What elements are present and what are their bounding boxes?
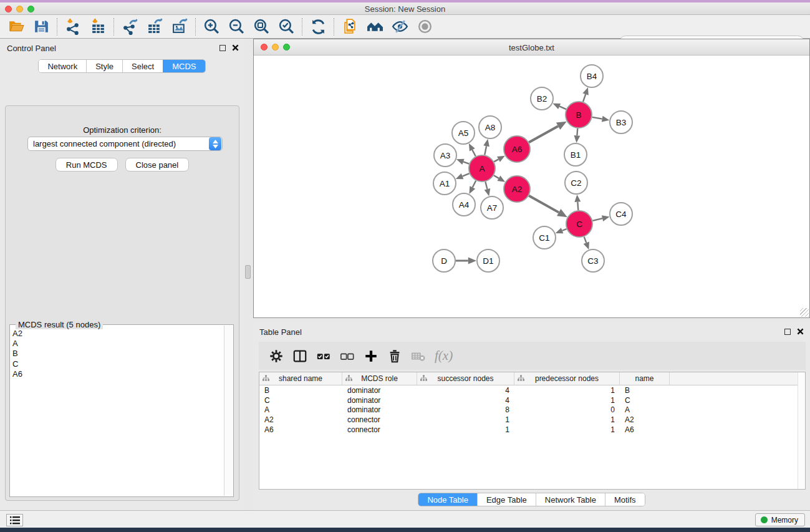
memory-button[interactable]: Memory	[755, 513, 805, 526]
graph-node-B2[interactable]: B2	[531, 87, 553, 110]
graph-edge-A-A7	[485, 181, 487, 189]
table-toolbar: f(x)	[259, 342, 806, 370]
zoom-selected-icon[interactable]	[274, 16, 299, 37]
criterion-dropdown[interactable]: largest connected component (directed)	[27, 137, 223, 151]
column-view-icon[interactable]	[290, 346, 309, 365]
save-session-icon[interactable]	[29, 16, 54, 37]
svg-text:C4: C4	[615, 210, 627, 219]
column-header-name[interactable]: name	[620, 372, 670, 385]
close-panel-icon[interactable]	[232, 44, 239, 51]
graph-node-D1[interactable]: D1	[477, 249, 499, 272]
graph-node-B1[interactable]: B1	[564, 143, 587, 166]
deselect-all-checkboxes-icon[interactable]	[337, 346, 357, 365]
graph-node-A[interactable]: A	[469, 155, 495, 181]
table-tab-network-table[interactable]: Network Table	[536, 493, 605, 506]
table-options-gear-icon[interactable]	[266, 346, 286, 365]
mcds-result-list[interactable]: A2ABCA6	[11, 329, 223, 495]
column-header-predecessor-nodes[interactable]: predecessor nodes	[514, 372, 620, 385]
table-row[interactable]: Cdominator41C	[259, 395, 805, 405]
export-network-icon[interactable]	[117, 16, 142, 37]
mcds-result-item[interactable]: A6	[11, 369, 223, 379]
graph-node-A5[interactable]: A5	[452, 122, 475, 144]
graph-node-A2[interactable]: A2	[504, 176, 530, 202]
column-header-successor-nodes[interactable]: successor nodes	[417, 372, 514, 385]
tab-style[interactable]: Style	[86, 60, 122, 72]
table-row[interactable]: A6connector11A6	[259, 425, 805, 435]
close-panel-button[interactable]: Close panel	[125, 158, 190, 172]
graph-edge-arrowhead	[582, 87, 588, 95]
graph-node-C2[interactable]: C2	[565, 172, 587, 194]
duplicate-network-icon[interactable]	[337, 16, 362, 37]
table-panel: Table Panel	[253, 323, 810, 510]
graph-node-C[interactable]: C	[566, 211, 592, 237]
function-builder-icon[interactable]: f(x)	[432, 348, 453, 364]
mcds-result-item[interactable]: B	[11, 349, 223, 359]
resize-grip-icon[interactable]	[800, 308, 809, 317]
table-tab-motifs[interactable]: Motifs	[605, 493, 645, 506]
select-all-checkboxes-icon[interactable]	[314, 346, 333, 365]
graph-node-A8[interactable]: A8	[479, 116, 501, 138]
hide-graphics-details-icon[interactable]	[387, 16, 412, 37]
import-table-icon[interactable]	[85, 16, 110, 37]
close-table-panel-icon[interactable]	[797, 328, 804, 335]
graph-node-A4[interactable]: A4	[453, 193, 475, 216]
column-header-MCDS-role[interactable]: MCDS role	[342, 372, 417, 385]
export-image-icon[interactable]	[167, 16, 192, 37]
graph-node-D[interactable]: D	[433, 249, 455, 272]
mcds-result-item[interactable]: A2	[11, 329, 223, 339]
network-window-titlebar[interactable]: testGlobe.txt	[254, 39, 809, 56]
table-tab-node-table[interactable]: Node Table	[418, 493, 477, 506]
float-panel-icon[interactable]	[219, 45, 226, 51]
delete-table-icon[interactable]	[408, 346, 428, 365]
graph-node-C1[interactable]: C1	[533, 226, 556, 249]
graph-node-B3[interactable]: B3	[610, 111, 632, 133]
delete-columns-icon[interactable]	[385, 346, 404, 365]
export-table-icon[interactable]	[142, 16, 167, 37]
splitpane-handle[interactable]	[245, 265, 251, 279]
graph-edge-C-C4	[592, 218, 602, 221]
graph-edge-B-B4	[583, 94, 586, 102]
zoom-fit-icon[interactable]	[249, 16, 274, 37]
graph-node-A3[interactable]: A3	[434, 144, 456, 167]
mcds-result-item[interactable]: C	[11, 359, 223, 369]
table-cell: 8	[417, 405, 514, 415]
table-cell: A6	[620, 425, 670, 435]
network-canvas[interactable]: B4B2BB3A8A5A6A3B1AA1C2A2A4A7C4CC1C3DD1	[254, 56, 809, 317]
graph-node-A1[interactable]: A1	[433, 172, 456, 195]
zoom-in-icon[interactable]	[199, 16, 224, 37]
column-header-shared-name[interactable]: shared name	[259, 372, 342, 385]
add-column-icon[interactable]	[361, 346, 380, 365]
table-cell: A2	[620, 415, 670, 425]
graph-edge-arrowhead	[456, 159, 465, 165]
graph-node-C3[interactable]: C3	[582, 249, 604, 272]
tab-select[interactable]: Select	[122, 60, 163, 72]
table-row[interactable]: Bdominator41B	[259, 385, 805, 395]
toolbar-separator	[302, 18, 302, 36]
table-scrollbar[interactable]	[798, 372, 805, 489]
refresh-icon[interactable]	[306, 16, 330, 37]
table-row[interactable]: Adominator80A	[259, 405, 805, 415]
show-graphics-details-icon[interactable]	[412, 16, 437, 37]
tab-mcds[interactable]: MCDS	[163, 60, 205, 72]
zoom-out-icon[interactable]	[224, 16, 249, 37]
import-network-icon[interactable]	[60, 16, 85, 37]
graph-node-B4[interactable]: B4	[581, 65, 603, 87]
svg-text:C3: C3	[587, 256, 598, 266]
graph-node-A6[interactable]: A6	[504, 136, 530, 162]
float-table-panel-icon[interactable]	[784, 329, 791, 335]
graph-node-A7[interactable]: A7	[481, 196, 503, 219]
network-graph[interactable]: B4B2BB3A8A5A6A3B1AA1C2A2A4A7C4CC1C3DD1	[254, 56, 809, 317]
tab-network[interactable]: Network	[39, 60, 86, 72]
show-all-networks-icon[interactable]	[362, 16, 387, 37]
graph-node-C4[interactable]: C4	[610, 203, 632, 225]
mcds-result-item[interactable]: A	[11, 339, 223, 349]
run-mcds-button[interactable]: Run MCDS	[55, 158, 118, 172]
table-tab-edge-table[interactable]: Edge Table	[477, 493, 536, 506]
table-row[interactable]: A2connector11A2	[259, 415, 805, 425]
task-history-button[interactable]	[6, 514, 23, 526]
open-file-icon[interactable]	[4, 16, 29, 37]
table-panel-title: Table Panel	[259, 327, 302, 337]
table-cell: 4	[417, 385, 514, 395]
graph-node-B[interactable]: B	[566, 102, 592, 128]
mcds-list-scrollbar[interactable]	[224, 326, 233, 496]
